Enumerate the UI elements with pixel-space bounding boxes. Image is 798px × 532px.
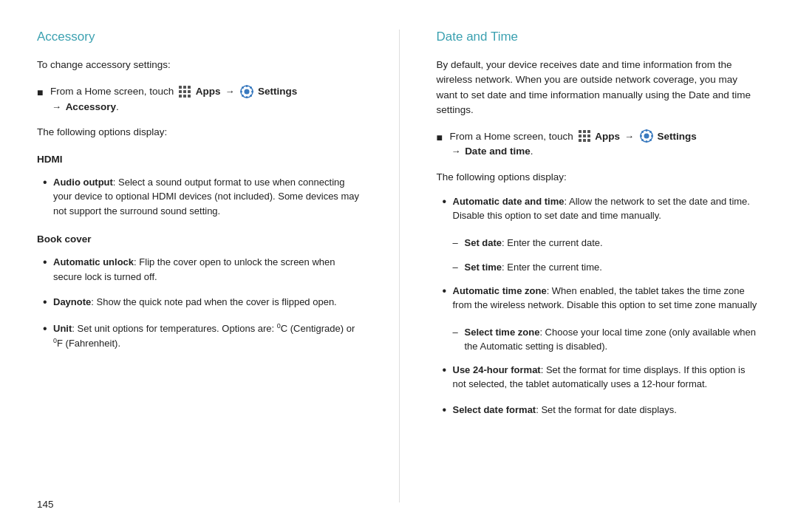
- set-date-item: – Set date: Enter the current date.: [437, 236, 762, 250]
- svg-point-12: [246, 96, 248, 98]
- nav-bullet: ■: [37, 85, 50, 100]
- right-intro: By default, your device receives date an…: [437, 58, 762, 117]
- apps-icon: [178, 85, 191, 98]
- right-following-options: The following options display:: [437, 171, 762, 183]
- auto-timezone-item: • Automatic time zone: When enabled, the…: [437, 284, 762, 313]
- settings-icon-right: [640, 129, 653, 143]
- auto-unlock-item: • Automatic unlock: Flip the cover open …: [37, 255, 362, 284]
- 24hour-format-item: • Use 24-hour format: Set the format for…: [437, 363, 762, 392]
- left-nav-text: From a Home screen, touch: [50, 84, 362, 115]
- svg-point-36: [649, 131, 652, 133]
- svg-rect-22: [579, 134, 582, 137]
- left-column: Accessory To change accessory settings: …: [37, 30, 362, 502]
- svg-rect-6: [179, 95, 182, 98]
- svg-rect-7: [183, 95, 186, 98]
- select-date-format-item: • Select date format: Set the format for…: [437, 403, 762, 418]
- svg-point-29: [644, 134, 649, 139]
- daynote-item: • Daynote: Show the quick note pad when …: [37, 295, 362, 310]
- svg-point-16: [250, 95, 252, 97]
- svg-rect-8: [188, 95, 191, 98]
- right-nav-item: ■ From a Home screen, touch: [437, 129, 762, 160]
- svg-rect-0: [179, 86, 182, 89]
- unit-item: • Unit: Set unit options for temperature…: [37, 321, 362, 351]
- set-time-item: – Set time: Enter the current time.: [437, 260, 762, 275]
- unit-text: : Set unit options for temperatures. Opt…: [53, 323, 355, 349]
- svg-point-18: [242, 95, 244, 97]
- apps-icon-right: [578, 129, 591, 143]
- svg-rect-21: [587, 130, 590, 133]
- svg-point-35: [649, 139, 652, 141]
- left-intro: To change accessory settings:: [37, 58, 362, 72]
- svg-rect-19: [579, 130, 582, 133]
- page-number: 145: [37, 499, 54, 510]
- svg-point-15: [242, 86, 244, 89]
- svg-point-34: [641, 131, 644, 133]
- left-title: Accessory: [37, 30, 362, 44]
- svg-rect-5: [188, 90, 191, 93]
- svg-rect-1: [183, 86, 186, 89]
- column-divider: [399, 30, 400, 502]
- select-timezone-item: – Select time zone: Choose your local ti…: [437, 325, 762, 354]
- right-nav-text: From a Home screen, touch Apps: [450, 129, 762, 160]
- svg-point-33: [651, 135, 653, 137]
- svg-point-32: [640, 135, 642, 137]
- svg-rect-24: [587, 134, 590, 137]
- svg-point-37: [641, 139, 644, 141]
- svg-point-13: [240, 90, 242, 92]
- hdmi-audio-item: • Audio output: Select a sound output fo…: [37, 175, 362, 219]
- svg-rect-26: [583, 139, 586, 142]
- svg-rect-20: [583, 130, 586, 133]
- right-title: Date and Time: [437, 30, 762, 44]
- svg-rect-25: [579, 139, 582, 142]
- right-column: Date and Time By default, your device re…: [437, 30, 762, 502]
- auto-date-time-item: • Automatic date and time: Allow the net…: [437, 194, 762, 223]
- svg-rect-4: [183, 90, 186, 93]
- svg-point-30: [645, 129, 647, 132]
- svg-point-17: [250, 86, 252, 89]
- book-cover-title: Book cover: [37, 233, 362, 245]
- settings-icon-left: [240, 85, 253, 98]
- left-nav-item: ■ From a Home screen, touch: [37, 84, 362, 115]
- svg-rect-27: [587, 139, 590, 142]
- svg-rect-2: [188, 86, 191, 89]
- hdmi-title: HDMI: [37, 154, 362, 165]
- svg-point-14: [251, 90, 253, 92]
- svg-point-10: [245, 89, 250, 94]
- svg-rect-3: [179, 90, 182, 93]
- svg-rect-23: [583, 134, 586, 137]
- nav-bullet-right: ■: [437, 130, 450, 146]
- left-following-options: The following options display:: [37, 126, 362, 137]
- svg-point-11: [246, 85, 248, 87]
- svg-point-31: [645, 140, 647, 143]
